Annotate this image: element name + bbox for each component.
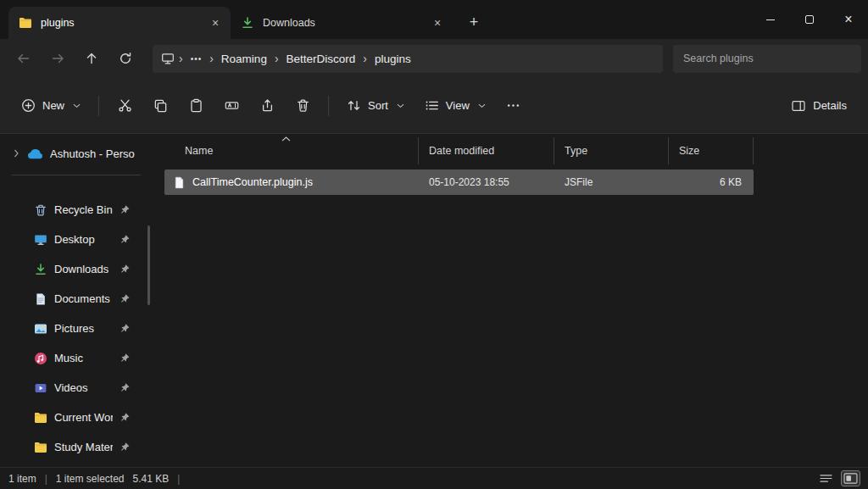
back-button[interactable] <box>7 43 41 74</box>
pin-icon <box>120 264 131 275</box>
paste-button[interactable] <box>179 91 213 121</box>
minimize-button[interactable] <box>751 0 790 39</box>
new-button-label: New <box>42 99 64 112</box>
chevron-down-icon <box>478 103 486 108</box>
column-header-date-modified[interactable]: Date modified <box>419 137 554 164</box>
pictures-icon <box>34 322 47 336</box>
sort-ascending-icon <box>281 136 291 142</box>
cut-button[interactable] <box>108 91 142 121</box>
file-explorer-window: plugins × Downloads × + × <box>0 0 868 489</box>
view-button[interactable]: View <box>415 91 495 121</box>
pin-icon <box>120 442 131 453</box>
refresh-button[interactable] <box>108 43 142 74</box>
sidebar-item-label: Desktop <box>54 233 95 246</box>
up-button[interactable] <box>75 43 108 74</box>
folder-icon <box>34 411 47 425</box>
minimize-icon <box>766 19 775 20</box>
status-bar: 1 item | 1 item selected 5.41 KB | <box>0 467 868 489</box>
sidebar-item-desktop[interactable]: Desktop <box>8 225 144 253</box>
share-button[interactable] <box>250 91 284 121</box>
pin-icon <box>120 382 131 393</box>
toolbar-divider <box>98 96 99 116</box>
copy-button[interactable] <box>143 91 177 121</box>
videos-icon <box>34 381 47 395</box>
close-tab-icon[interactable]: × <box>429 14 446 31</box>
maximize-button[interactable] <box>790 0 829 39</box>
column-header-type[interactable]: Type <box>554 137 669 164</box>
breadcrumb-item-plugins[interactable]: plugins <box>368 50 418 68</box>
sidebar-item-label: Documents <box>54 292 110 305</box>
pin-icon <box>120 234 131 245</box>
pin-icon <box>120 204 131 215</box>
sidebar-item-documents[interactable]: Documents <box>8 285 144 313</box>
sidebar-scrollbar[interactable] <box>147 225 150 305</box>
new-button[interactable]: New <box>12 91 90 121</box>
details-view-toggle[interactable] <box>817 471 835 486</box>
sidebar-item-videos[interactable]: Videos <box>8 374 144 402</box>
file-icon <box>173 176 186 189</box>
rename-button[interactable] <box>214 91 248 121</box>
tab-strip: plugins × Downloads × + <box>0 0 487 39</box>
large-icons-view-toggle[interactable] <box>842 471 860 486</box>
column-header-name[interactable]: Name <box>164 137 419 164</box>
sidebar-item-label: Recycle Bin <box>54 203 113 216</box>
pin-icon <box>120 412 131 423</box>
breadcrumb-item-betterdiscord[interactable]: BetterDiscord <box>280 50 363 68</box>
tab-downloads[interactable]: Downloads × <box>231 7 453 39</box>
view-toggles <box>817 471 860 486</box>
pin-icon <box>120 353 131 364</box>
sidebar-item-music[interactable]: Music <box>8 344 144 372</box>
file-name-cell: CallTimeCounter.plugin.js <box>164 176 419 189</box>
forward-button[interactable] <box>41 43 75 74</box>
more-options-button[interactable] <box>497 91 531 121</box>
sidebar: Ashutosh - Perso Recycle Bin <box>0 134 153 467</box>
paste-icon <box>189 98 203 113</box>
tab-bar: plugins × Downloads × + × <box>0 0 868 39</box>
sidebar-item-label: Current Work <box>54 411 113 424</box>
sidebar-item-label: Downloads <box>54 263 108 275</box>
sidebar-item-label: Music <box>54 352 83 364</box>
sort-button[interactable]: Sort <box>337 91 414 121</box>
sidebar-item-label: Pictures <box>54 322 94 335</box>
details-button[interactable]: Details <box>782 91 856 121</box>
status-separator: | <box>45 473 47 485</box>
breadcrumb-separator-icon: › <box>178 52 184 65</box>
file-row[interactable]: CallTimeCounter.plugin.js 05-10-2023 18:… <box>164 169 754 195</box>
sidebar-item-downloads[interactable]: Downloads <box>8 255 144 283</box>
command-bar: New <box>0 78 868 134</box>
file-name: CallTimeCounter.plugin.js <box>192 176 313 188</box>
breadcrumb[interactable]: › ••• › Roaming › BetterDiscord › plugin… <box>153 45 663 73</box>
folder-icon <box>19 16 32 30</box>
sort-button-label: Sort <box>368 99 388 112</box>
close-tab-icon[interactable]: × <box>207 14 224 31</box>
main-area: Ashutosh - Perso Recycle Bin <box>0 134 868 467</box>
selection-count: 1 item selected <box>56 473 125 485</box>
music-icon <box>34 352 47 365</box>
column-header-size[interactable]: Size <box>669 137 754 164</box>
view-list-icon <box>425 98 439 113</box>
delete-button[interactable] <box>286 91 320 121</box>
pin-icon <box>120 293 131 304</box>
sidebar-pinned-list: Recycle Bin Desktop <box>0 196 153 461</box>
search-input[interactable] <box>673 45 861 73</box>
file-list: Name Date modified Type Size CallTimeCou… <box>153 134 868 467</box>
sidebar-item-pictures[interactable]: Pictures <box>8 314 144 342</box>
tab-plugins[interactable]: plugins × <box>8 7 231 39</box>
breadcrumb-overflow[interactable]: ••• <box>184 52 209 66</box>
file-type: JSFile <box>554 176 669 188</box>
more-options-icon <box>506 98 520 113</box>
close-window-button[interactable]: × <box>829 0 868 39</box>
details-button-label: Details <box>813 99 847 112</box>
sidebar-item-study-materials[interactable]: Study Materi <box>8 433 144 461</box>
sidebar-item-onedrive[interactable]: Ashutosh - Perso <box>8 139 144 168</box>
window-controls: × <box>751 0 868 39</box>
breadcrumb-item-roaming[interactable]: Roaming <box>214 50 274 68</box>
breadcrumb-separator-icon: › <box>362 52 368 65</box>
sidebar-item-recycle-bin[interactable]: Recycle Bin <box>8 196 144 224</box>
file-size: 6 KB <box>669 176 754 188</box>
documents-icon <box>34 292 47 306</box>
new-tab-button[interactable]: + <box>461 9 487 35</box>
sort-icon <box>347 98 361 113</box>
pin-icon <box>120 323 131 334</box>
sidebar-item-current-work[interactable]: Current Work <box>8 403 144 431</box>
